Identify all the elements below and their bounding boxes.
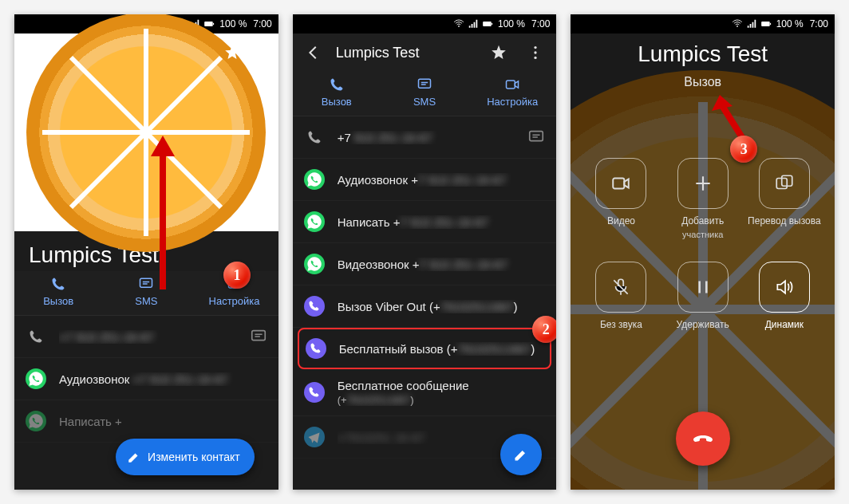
call-transfer-button[interactable]: Перевод вызова: [744, 158, 825, 239]
clock: 7:00: [531, 18, 550, 30]
call-add-button[interactable]: Добавить участника: [662, 158, 744, 239]
screen-2-contact-actions: 100 % 7:00 Lumpics Test Вызов SMS Настро…: [293, 14, 557, 490]
sms-icon: [417, 77, 432, 93]
edit-contact-label: Изменить контакт: [148, 451, 240, 463]
annotation-badge-2: 2: [532, 316, 556, 343]
action-call-label: Вызов: [322, 96, 352, 108]
app-bar: Lumpics Test: [293, 33, 557, 72]
call-video-label: Видео: [607, 215, 635, 226]
phone-number: +7 910 251-16-67: [59, 330, 237, 344]
phone-icon: [26, 326, 46, 347]
video-icon: [504, 77, 520, 93]
row-phone-number[interactable]: +7 910 251-16-67: [14, 316, 278, 358]
action-call-label: Вызов: [43, 295, 73, 307]
call-add-sublabel: участника: [682, 230, 723, 239]
whatsapp-icon: [26, 368, 46, 389]
wa-write-label: Написать +: [59, 415, 267, 428]
phone-icon: [304, 127, 325, 148]
action-call[interactable]: Вызов: [14, 276, 102, 307]
transfer-icon: [774, 173, 795, 194]
action-row: Вызов SMS Настройка: [293, 72, 557, 116]
call-speaker-button[interactable]: Динамик: [744, 262, 825, 330]
phone-icon: [50, 276, 66, 292]
sms-icon[interactable]: [527, 128, 545, 146]
viber-icon: [306, 338, 326, 359]
row-wa-audio[interactable]: Аудиозвонок +7 910 251-16-67: [293, 159, 557, 201]
row-viber-msg[interactable]: Бесплатное сообщение (+79102511667): [293, 369, 557, 416]
call-transfer-label: Перевод вызова: [748, 215, 821, 226]
whatsapp-icon: [304, 211, 325, 232]
call-overlay: Lumpics Test Вызов Видео Добавить участн…: [571, 14, 835, 490]
screen-3-calling: 100 % 7:00 Lumpics Test Вызов Видео Доба…: [571, 14, 835, 490]
call-hold-button[interactable]: Удерживать: [662, 262, 744, 330]
wifi-icon: [453, 18, 464, 30]
wa-write-label: Написать +7 910 251-16-67: [338, 215, 546, 229]
screen-1-contact-detail: 100 % 7:00 Lumpics Test Вызов SMS Настро…: [14, 14, 278, 490]
battery-pct: 100 %: [498, 18, 525, 30]
end-call-button[interactable]: [676, 411, 730, 466]
wa-audio-label: Аудиозвонок +7 910 251-16-67: [59, 372, 267, 386]
call-video-button[interactable]: Видео: [580, 158, 661, 239]
action-settings-label: Настройка: [487, 96, 538, 108]
signal-icon: [468, 18, 479, 30]
whatsapp-icon: [26, 411, 46, 431]
viber-free-label: Бесплатный вызов (+79102511667): [339, 342, 544, 356]
pencil-icon: [513, 447, 529, 463]
row-wa-audio[interactable]: Аудиозвонок +7 910 251-16-67: [14, 358, 278, 400]
action-settings-label: Настройка: [209, 295, 260, 307]
call-button-grid: Видео Добавить участника Перевод вызова …: [571, 158, 835, 330]
action-sms[interactable]: SMS: [381, 77, 468, 108]
row-wa-video[interactable]: Видеозвонок +7 910 251-16-67: [293, 243, 557, 285]
back-button[interactable]: [299, 38, 328, 67]
call-status: Вызов: [571, 75, 835, 89]
clock: 7:00: [253, 18, 271, 30]
action-sms-label: SMS: [135, 295, 157, 307]
call-add-label: Добавить: [681, 215, 724, 226]
viber-icon: [304, 382, 325, 403]
row-viber-out[interactable]: Вызов Viber Out (+79102511667): [293, 285, 557, 328]
status-bar: 100 % 7:00: [293, 14, 557, 33]
pause-icon: [693, 277, 713, 297]
call-speaker-label: Динамик: [765, 319, 804, 330]
end-call-icon: [690, 426, 716, 451]
favorite-button[interactable]: [484, 38, 513, 67]
annotation-arrow-1: [147, 134, 179, 293]
row-wa-write[interactable]: Написать +7 910 251-16-67: [293, 201, 557, 243]
edit-fab[interactable]: [500, 434, 542, 475]
mute-icon: [610, 277, 631, 297]
app-bar-title: Lumpics Test: [336, 45, 477, 61]
overflow-menu[interactable]: [247, 38, 275, 67]
whatsapp-icon: [304, 169, 325, 190]
sms-icon[interactable]: [250, 328, 267, 345]
back-button[interactable]: [18, 38, 46, 67]
call-hold-label: Удерживать: [677, 319, 729, 330]
battery-pct: 100 %: [219, 18, 247, 30]
favorite-button[interactable]: [218, 38, 247, 67]
viber-out-label: Вызов Viber Out (+79102511667): [338, 300, 546, 313]
pencil-icon: [127, 450, 141, 464]
action-video[interactable]: Настройка: [468, 77, 556, 108]
overflow-menu[interactable]: [521, 38, 550, 67]
viber-msg-label: Бесплатное сообщение (+79102511667): [338, 379, 546, 406]
action-call[interactable]: Вызов: [293, 77, 381, 108]
call-mute-label: Без звука: [600, 319, 642, 330]
row-viber-free-call[interactable]: Бесплатный вызов (+79102511667): [298, 328, 552, 369]
telegram-icon: [304, 427, 325, 447]
plus-icon: [693, 173, 713, 194]
call-mute-button[interactable]: Без звука: [580, 262, 661, 330]
phone-number: +7 910 251-16-67: [338, 131, 515, 144]
annotation-badge-1: 1: [223, 262, 251, 289]
battery-icon: [482, 18, 493, 30]
action-sms-label: SMS: [413, 96, 436, 108]
whatsapp-icon: [304, 254, 325, 274]
video-icon: [610, 173, 631, 194]
speaker-icon: [774, 277, 795, 297]
edit-contact-fab[interactable]: Изменить контакт: [116, 439, 255, 475]
phone-icon: [329, 77, 345, 93]
wa-video-label: Видеозвонок +7 910 251-16-67: [338, 258, 546, 271]
row-phone[interactable]: +7 910 251-16-67: [293, 116, 557, 159]
viber-icon: [304, 296, 325, 317]
row-wa-write[interactable]: Написать +: [14, 400, 278, 443]
call-contact-name: Lumpics Test: [571, 41, 835, 67]
wa-audio-label: Аудиозвонок +7 910 251-16-67: [338, 173, 546, 187]
